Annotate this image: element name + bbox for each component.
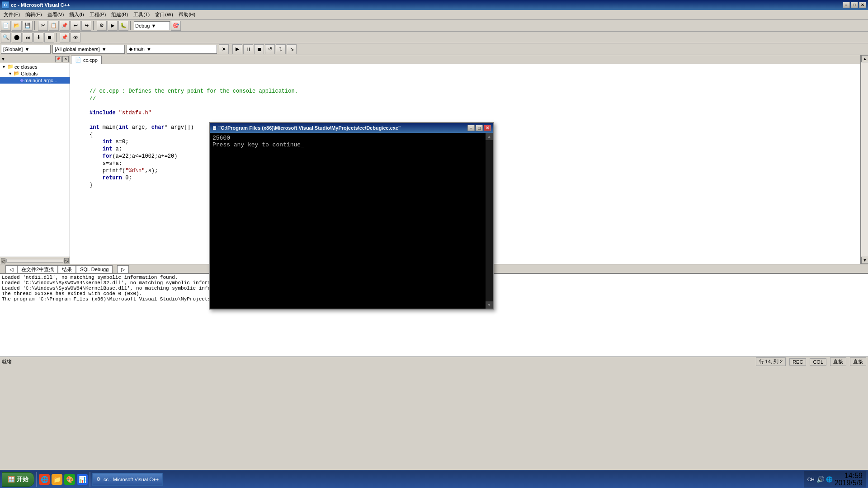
taskbar-vc-button[interactable]: ⚙ cc - Microsoft Visual C++ [92, 473, 163, 486]
output-tab-sql[interactable]: SQL Debugg [76, 265, 113, 273]
title-bar: C cc - Microsoft Visual C++ − □ ✕ [0, 0, 868, 10]
taskbar-icon-app[interactable]: 📊 [77, 474, 88, 485]
debug-button[interactable]: 🐛 [118, 21, 128, 31]
debug-toolbar: ▶ ⏸ ⏹ ↺ ⤵ ↘ [232, 44, 297, 54]
console-close-btn[interactable]: ✕ [484, 125, 491, 131]
title-bar-buttons: − □ ✕ [843, 2, 866, 8]
scroll-up-btn[interactable]: ▲ [861, 55, 868, 62]
search-button[interactable]: 🔍 [1, 33, 11, 42]
undo-button[interactable]: ↩ [71, 21, 80, 31]
menu-tools[interactable]: 工具(T) [131, 10, 152, 19]
editor-tab-bar: 📄 cc.cpp [70, 55, 860, 64]
menu-view[interactable]: 查看(V) [45, 10, 67, 19]
target-button[interactable]: 🎯 [171, 21, 181, 31]
redo-button[interactable]: ↪ [81, 21, 91, 31]
members-dropdown[interactable]: [All global members] ▼ [52, 45, 125, 54]
compile-button[interactable]: ⚙ [97, 21, 107, 31]
status-col: COL [810, 358, 826, 366]
panel-close-button[interactable]: ✕ [62, 56, 69, 62]
cut-button[interactable]: ✂ [38, 21, 48, 31]
stop-button[interactable]: ⏹ [44, 33, 54, 42]
new-file-button[interactable]: 📄 [1, 21, 11, 31]
left-panel-scrollbar[interactable]: ◁ ▷ [0, 257, 70, 264]
config-dropdown[interactable]: Debug ▼ [134, 21, 170, 30]
console-body[interactable]: 25600 Press any key to continue_ [210, 133, 486, 309]
thread-button[interactable]: 📌 [60, 33, 70, 42]
tree-item-globals[interactable]: ▼ 📂 Globals [0, 70, 70, 77]
volume-icon[interactable]: 🔊 [816, 476, 824, 483]
toolbar2-sep [56, 33, 58, 42]
left-panel-header: ▼ 📌 ✕ [0, 55, 70, 63]
panel-pin-button[interactable]: 📌 [55, 56, 61, 62]
console-scrollbar: ▲ ▼ [486, 133, 493, 309]
tree-item-cc-classes[interactable]: ▼ 📁 cc classes [0, 63, 70, 70]
nav-extra-button[interactable]: ➤ [219, 44, 229, 54]
debug-stepover-button[interactable]: ⤵ [276, 44, 286, 54]
console-minimize-btn[interactable]: − [467, 125, 475, 131]
toolbar-sep-2 [93, 21, 95, 30]
toolbar-sep-3 [130, 21, 132, 30]
console-scroll-down[interactable]: ▼ [486, 301, 493, 309]
close-button[interactable]: ✕ [859, 2, 866, 8]
watch-button[interactable]: 👁 [71, 33, 80, 42]
console-icon: 🖥 [212, 125, 217, 131]
title-bar-text: cc - Microsoft Visual C++ [11, 2, 70, 8]
menu-window[interactable]: 窗口(W) [152, 10, 176, 19]
globals-dropdown[interactable]: [Globals] ▼ [1, 45, 51, 54]
editor-scrollbar: ▲ ▼ [861, 55, 868, 264]
menu-help[interactable]: 帮助(H) [176, 10, 198, 19]
run-button[interactable]: ▶ [108, 21, 118, 31]
cpp-file-icon: 📄 [75, 57, 81, 63]
debug-stop-button[interactable]: ⏹ [254, 44, 264, 54]
menu-insert[interactable]: 插入(I) [66, 10, 86, 19]
debug-restart-button[interactable]: ↺ [265, 44, 275, 54]
scroll-down-btn[interactable]: ▼ [861, 257, 868, 264]
scroll-left-btn[interactable]: ◁ [1, 258, 5, 263]
minimize-button[interactable]: − [843, 2, 850, 8]
network-icon[interactable]: 🌐 [826, 476, 833, 483]
scroll-track[interactable] [6, 259, 63, 263]
taskbar-icon-paint[interactable]: 🎨 [64, 474, 75, 485]
debug-pause-button[interactable]: ⏸ [243, 44, 253, 54]
status-ready: 就绪 [2, 358, 12, 365]
console-window: 🖥 "C:\Program Files (x86)\Microsoft Visu… [209, 122, 494, 310]
function-dropdown[interactable]: ◆ main ▼ [127, 45, 217, 54]
start-button[interactable]: 🪟 开始 [2, 472, 34, 487]
maximize-button[interactable]: □ [851, 2, 858, 8]
output-tab-search[interactable]: 在文件2中查找 [17, 265, 58, 273]
console-output-line1: 25600 [212, 135, 483, 141]
debug-stepin-button[interactable]: ↘ [287, 44, 297, 54]
output-tab-results[interactable]: 结果 [58, 265, 76, 273]
paste-button[interactable]: 📌 [60, 21, 70, 31]
console-title: "C:\Program Files (x86)\Microsoft Visual… [218, 125, 401, 131]
menu-build[interactable]: 组建(B) [108, 10, 131, 19]
menu-edit[interactable]: 编辑(E) [23, 10, 45, 19]
taskbar-icon-ie[interactable]: 🌐 [39, 474, 50, 485]
taskbar-clock: 14:59 2019/5/9 [835, 472, 863, 487]
console-title-bar: 🖥 "C:\Program Files (x86)\Microsoft Visu… [210, 123, 493, 133]
open-button[interactable]: 📂 [12, 21, 22, 31]
taskbar-vc-icon: ⚙ [96, 476, 101, 482]
toolbar-secondary: 🔍 ⬤ ⏭ ⬇ ⏹ 📌 👁 [0, 32, 868, 43]
step-in-button[interactable]: ⬇ [33, 33, 43, 42]
console-scroll-up[interactable]: ▲ [486, 133, 493, 140]
menu-file[interactable]: 文件(F) [1, 10, 23, 19]
taskbar-icon-folder[interactable]: 📁 [52, 474, 62, 485]
scroll-thumb[interactable] [861, 62, 868, 257]
step-over-button[interactable]: ⏭ [23, 33, 33, 42]
output-tab-arrow[interactable]: ▷ [117, 265, 129, 273]
app-icon: C [2, 1, 9, 9]
output-tab-find[interactable]: ◁ [5, 265, 17, 273]
menu-project[interactable]: 工程(P) [87, 10, 109, 19]
debug-start-button[interactable]: ▶ [232, 44, 242, 54]
scroll-right-btn[interactable]: ▷ [64, 258, 69, 263]
console-output-line2: Press any key to continue_ [212, 141, 483, 148]
tree-item-main[interactable]: ◆ main(int argc... [0, 77, 70, 84]
copy-button[interactable]: 📋 [49, 21, 59, 31]
save-button[interactable]: 💾 [23, 21, 33, 31]
folder-open-icon: 📂 [14, 70, 20, 76]
editor-tab-cc[interactable]: 📄 cc.cpp [71, 56, 102, 64]
console-maximize-btn[interactable]: □ [476, 125, 483, 131]
breakpoint-button[interactable]: ⬤ [12, 33, 22, 42]
console-body-wrapper: 25600 Press any key to continue_ ▲ ▼ [210, 133, 493, 309]
